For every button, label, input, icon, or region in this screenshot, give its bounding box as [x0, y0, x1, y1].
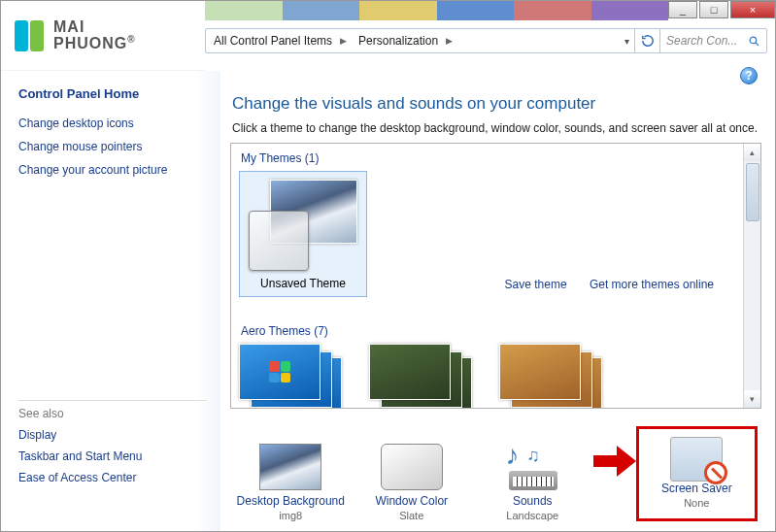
personalization-window: _ □ × MAI PHUONG® All Control Panel Item… — [0, 0, 776, 532]
personalization-options: Desktop Background img8 Window Color Sla… — [230, 426, 758, 521]
search-placeholder: Search Con... — [666, 34, 737, 48]
window-color-option[interactable]: Window Color Slate — [352, 444, 473, 521]
theme-unsaved[interactable]: Unsaved Theme — [239, 171, 367, 297]
refresh-button[interactable] — [634, 29, 659, 52]
ease-of-access-link[interactable]: Ease of Access Center — [18, 471, 207, 484]
theme-label: Unsaved Theme — [244, 277, 362, 290]
window-color-icon — [381, 444, 443, 490]
logo-line1: MAI — [53, 19, 136, 35]
svg-line-1 — [756, 42, 759, 45]
sounds-value: Landscape — [472, 510, 593, 521]
annotation-arrow-icon — [593, 446, 636, 475]
theme-thumbnail — [249, 180, 357, 271]
aero-theme-1[interactable] — [239, 344, 355, 408]
change-mouse-pointers-link[interactable]: Change mouse pointers — [18, 140, 207, 153]
screen-saver-icon — [670, 437, 723, 482]
control-panel-home-link[interactable]: Control Panel Home — [18, 86, 207, 101]
svg-point-0 — [750, 37, 757, 44]
screen-saver-value: None — [647, 497, 747, 509]
desktop-background-option[interactable]: Desktop Background img8 — [230, 444, 352, 521]
see-also-section: Display Taskbar and Start Menu Ease of A… — [18, 428, 207, 484]
scroll-down-icon[interactable]: ▾ — [744, 390, 760, 408]
sounds-option[interactable]: ♪♫ Sounds Landscape — [472, 444, 593, 521]
change-desktop-icons-link[interactable]: Change desktop icons — [18, 116, 207, 130]
taskbar-start-menu-link[interactable]: Taskbar and Start Menu — [18, 449, 207, 463]
logo-text: MAI PHUONG® — [53, 19, 136, 51]
save-theme-link[interactable]: Save theme — [505, 278, 567, 291]
minimize-button[interactable]: _ — [668, 1, 697, 18]
theme-links: Save theme Get more themes online — [486, 278, 714, 291]
breadcrumb-item-personalization[interactable]: Personalization — [351, 34, 446, 48]
page-subtitle: Click a theme to change the desktop back… — [232, 121, 761, 135]
my-themes-label: My Themes (1) — [241, 151, 739, 165]
screen-saver-option[interactable]: Screen Saver None — [636, 426, 758, 521]
aero-theme-2[interactable] — [369, 344, 486, 408]
vertical-scrollbar[interactable]: ▴ ▾ — [743, 144, 760, 408]
sounds-icon: ♪♫ — [501, 444, 563, 490]
get-more-themes-link[interactable]: Get more themes online — [590, 278, 714, 291]
desktop-background-icon — [259, 444, 321, 490]
themes-pane: My Themes (1) Unsaved Theme Save theme G… — [230, 143, 761, 409]
aero-themes-label: Aero Themes (7) — [241, 324, 739, 338]
maximize-button[interactable]: □ — [699, 1, 728, 18]
address-bar[interactable]: All Control Panel Items ▶ Personalizatio… — [205, 28, 767, 53]
scroll-up-icon[interactable]: ▴ — [744, 144, 760, 161]
scroll-thumb[interactable] — [746, 163, 759, 221]
breadcrumb-item-all[interactable]: All Control Panel Items — [206, 34, 340, 48]
logo-line2: PHUONG® — [53, 35, 136, 51]
desktop-background-value: img8 — [230, 510, 352, 521]
window-color-label: Window Color — [352, 494, 473, 508]
sidebar: Control Panel Home Change desktop icons … — [1, 71, 220, 531]
help-button[interactable]: ? — [740, 67, 758, 84]
desktop-background-label: Desktop Background — [230, 494, 352, 508]
chevron-right-icon[interactable]: ▶ — [340, 36, 351, 46]
window-color-value: Slate — [352, 510, 473, 521]
chevron-right-icon[interactable]: ▶ — [446, 36, 456, 46]
page-title: Change the visuals and sounds on your co… — [232, 94, 761, 114]
sounds-label: Sounds — [472, 494, 593, 508]
main-content: ? Change the visuals and sounds on your … — [220, 59, 767, 523]
screen-saver-label: Screen Saver — [647, 482, 747, 495]
address-dropdown-icon[interactable]: ▾ — [619, 36, 634, 47]
search-input[interactable]: Search Con... — [659, 29, 766, 52]
window-controls: _ □ × — [668, 1, 775, 20]
decorative-ribbon — [205, 1, 668, 22]
see-also-header: See also — [18, 400, 207, 420]
logo-mark-icon — [15, 20, 44, 51]
display-link[interactable]: Display — [18, 428, 207, 442]
change-account-picture-link[interactable]: Change your account picture — [18, 163, 207, 177]
brand-logo: MAI PHUONG® — [1, 1, 205, 71]
close-button[interactable]: × — [730, 1, 775, 18]
aero-theme-3[interactable] — [499, 344, 616, 408]
search-icon — [748, 35, 760, 48]
refresh-icon — [641, 34, 655, 48]
